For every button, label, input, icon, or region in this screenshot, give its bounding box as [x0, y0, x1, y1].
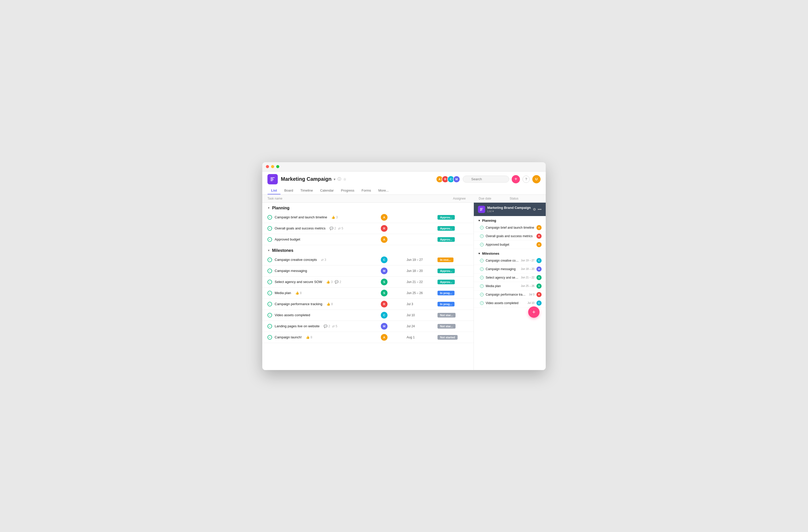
add-button[interactable]: +: [512, 175, 520, 183]
tab-more[interactable]: More...: [374, 186, 392, 194]
help-button[interactable]: ?: [522, 176, 530, 183]
side-panel-title: Marketing Brand Campaign: [487, 206, 531, 210]
avatar: A: [381, 236, 387, 243]
section-title-milestones: Milestones: [272, 248, 293, 253]
side-task-name: Select agency and secu...: [486, 276, 519, 279]
side-avatar: A: [536, 242, 541, 247]
meta-likes: 👍 3: [326, 280, 333, 284]
fab-button[interactable]: +: [528, 306, 539, 318]
side-task-check[interactable]: [480, 284, 484, 288]
side-avatar: C: [536, 301, 541, 306]
task-name: Campaign brief and launch timeline: [275, 215, 327, 219]
user-avatar[interactable]: U: [532, 175, 540, 183]
dropdown-icon[interactable]: ▾: [334, 177, 335, 181]
avatar: S: [381, 279, 387, 285]
avatar: M: [381, 323, 387, 329]
task-name-cell: Campaign messaging: [268, 269, 381, 273]
status-badge: Not started: [438, 335, 458, 340]
side-task-name: Campaign creative conc...: [486, 259, 519, 262]
list-item: Campaign creative conc... Jun 19 – 27 C: [474, 256, 546, 265]
avatar: R: [381, 225, 387, 232]
side-task-name: Campaign performance track...: [486, 293, 527, 297]
status-cell: Not star...: [438, 312, 469, 318]
status-badge: Approv...: [438, 237, 455, 242]
side-task-check[interactable]: [480, 243, 484, 246]
status-badge: Not star...: [438, 324, 456, 328]
task-checkbox[interactable]: [268, 324, 272, 328]
side-task-check[interactable]: [480, 293, 484, 297]
tab-progress[interactable]: Progress: [337, 186, 358, 194]
side-task-check[interactable]: [480, 226, 484, 229]
svg-rect-7: [480, 210, 481, 211]
task-name-cell: Campaign brief and launch timeline 👍 3: [268, 215, 381, 220]
assignee-cell: A: [381, 214, 407, 221]
due-date-cell: Jun 18 – 20: [407, 269, 438, 273]
task-name: Media plan: [275, 291, 291, 295]
side-section-title: Milestones: [482, 251, 499, 255]
minimize-button[interactable]: [271, 165, 274, 168]
titlebar: [262, 162, 546, 171]
side-avatar: S: [536, 284, 541, 289]
side-section-milestones[interactable]: ▼ Milestones: [474, 249, 546, 256]
task-checkbox[interactable]: [268, 226, 272, 231]
search-input[interactable]: [463, 176, 509, 183]
side-task-check[interactable]: [480, 301, 484, 305]
chevron-planning[interactable]: ▼: [268, 207, 270, 209]
status-cell: In prog...: [438, 290, 469, 296]
task-checkbox[interactable]: [268, 269, 272, 273]
app-icon: [268, 174, 278, 184]
tab-list[interactable]: List: [268, 186, 280, 194]
svg-rect-4: [480, 208, 483, 209]
tab-board[interactable]: Board: [280, 186, 297, 194]
task-checkbox[interactable]: [268, 302, 272, 306]
task-checkbox[interactable]: [268, 258, 272, 262]
info-icon[interactable]: ⓘ: [337, 177, 341, 182]
task-checkbox[interactable]: [268, 280, 272, 284]
list-item: Campaign brief and launch timeline A: [474, 224, 546, 232]
more-icon[interactable]: •••: [538, 207, 541, 211]
meta-subtasks: ⇄ 5: [338, 227, 343, 230]
side-section-planning[interactable]: ▼ Planning: [474, 216, 546, 224]
due-date-cell: Jun 21 – 22: [407, 280, 438, 284]
task-checkbox[interactable]: [268, 335, 272, 340]
list-item: Campaign performance track... Jul 3 R: [474, 290, 546, 299]
task-checkbox[interactable]: [268, 291, 272, 296]
table-row: Approved budget A Approv...: [262, 234, 474, 245]
status-cell: In prog...: [438, 302, 469, 306]
app-header: Marketing Campaign ▾ ⓘ ☆ A R C M 🔍 + ? U: [262, 171, 546, 184]
task-checkbox[interactable]: [268, 215, 272, 220]
task-meta: 👍 3: [331, 215, 338, 219]
side-task-check[interactable]: [480, 267, 484, 271]
status-badge: Approv...: [438, 215, 455, 220]
tab-forms[interactable]: Forms: [358, 186, 374, 194]
maximize-button[interactable]: [276, 165, 279, 168]
side-task-name: Campaign messaging: [486, 267, 519, 271]
tab-timeline[interactable]: Timeline: [297, 186, 317, 194]
tab-calendar[interactable]: Calendar: [316, 186, 337, 194]
task-name: Campaign messaging: [275, 269, 307, 273]
filter-icon[interactable]: ⚙: [533, 207, 536, 211]
status-cell: Approv...: [438, 268, 469, 273]
task-checkbox[interactable]: [268, 313, 272, 318]
section-title-planning: Planning: [272, 206, 290, 210]
list-item: Campaign messaging Jun 18 – 20 M: [474, 265, 546, 273]
task-name: Select agency and secure SOW: [275, 280, 322, 284]
task-name: Video assets completed: [275, 313, 310, 317]
chevron-milestones[interactable]: ▼: [268, 249, 270, 252]
star-icon[interactable]: ☆: [343, 177, 347, 181]
side-task-check[interactable]: [480, 276, 484, 279]
col-task-name: Task name: [268, 197, 453, 200]
status-badge: Approv...: [438, 226, 455, 231]
svg-rect-0: [271, 177, 275, 178]
list-item: Video assets completed Jul 10 C: [474, 299, 546, 307]
close-button[interactable]: [266, 165, 269, 168]
status-badge: Approv...: [438, 280, 455, 284]
meta-likes: 👍 8: [306, 336, 312, 339]
task-checkbox[interactable]: [268, 237, 272, 242]
status-badge: In prog...: [438, 302, 455, 306]
side-task-check[interactable]: [480, 234, 484, 238]
side-task-date: Jun 18 – 20: [521, 268, 534, 270]
header-right: A R C M 🔍 + ? U: [436, 175, 540, 183]
side-task-date: Jun 21 – 22: [521, 276, 534, 279]
side-task-check[interactable]: [480, 259, 484, 262]
